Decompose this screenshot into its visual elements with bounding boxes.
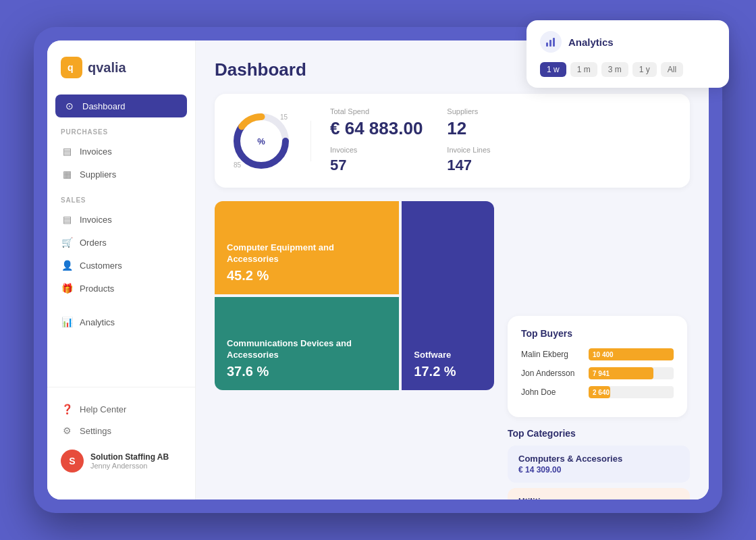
help-icon: ❓: [61, 404, 73, 414]
cat-tile-software: Sotfware 17.2 %: [402, 201, 494, 390]
settings-item[interactable]: ⚙ Settings: [61, 420, 182, 441]
avatar: S: [61, 450, 84, 473]
user-name: Solution Staffing AB: [90, 452, 169, 462]
total-spend-label: Total Spend: [330, 107, 423, 115]
top-buyers-section: Top Buyers Malin Ekberg 10 400 Jon Ander…: [508, 316, 687, 417]
analytics-card-icon: [540, 31, 562, 53]
sidebar-item-orders-label: Orders: [80, 238, 107, 248]
sidebar-item-suppliers-label: Suppliers: [80, 169, 116, 180]
sales-section-label: SALES: [47, 186, 195, 208]
analytics-header: Analytics: [540, 31, 716, 53]
help-center-label: Help Center: [80, 404, 126, 414]
cat-computers-name: Computers & Accesories: [518, 454, 679, 464]
sidebar-item-customers-label: Customers: [80, 261, 122, 271]
top-categories-section: Top Categories Computers & Accesories € …: [508, 428, 690, 500]
sidebar-item-suppliers[interactable]: ▦ Suppliers: [47, 163, 195, 186]
analytics-card: Analytics 1 w 1 m 3 m 1 y All: [526, 20, 729, 88]
dashboard-icon: ⊙: [63, 101, 76, 111]
products-icon: 🎁: [61, 283, 73, 294]
sidebar: q qvalia ⊙ Dashboard PURCHASES ▤ Invoice…: [47, 40, 196, 500]
cat-software-name: Sotfware: [414, 350, 482, 361]
buyer-bar-2: 7 941: [589, 367, 653, 379]
buyer-bar-wrap-3: 2 640: [589, 386, 674, 398]
buyer-row-3: John Doe 2 640: [521, 386, 674, 398]
left-col: Computer Equipment and Accessories 45.2 …: [215, 201, 494, 500]
logo-icon: q: [61, 57, 82, 78]
main-content: Dashboard % 15 85: [196, 40, 709, 500]
svg-text:q: q: [68, 62, 74, 73]
invoices-stat: Invoices 57: [330, 146, 423, 174]
top-buyers-title: Top Buyers: [521, 328, 674, 339]
help-center-item[interactable]: ❓ Help Center: [61, 398, 182, 420]
orders-icon: 🛒: [61, 237, 73, 248]
total-spend-stat: Total Spend € 64 883.00: [330, 107, 423, 139]
donut-label: %: [257, 136, 265, 146]
buyer-name-2: Jon Andersson: [521, 369, 582, 378]
cat-computer-pct: 45.2 %: [227, 268, 387, 284]
buyer-name-3: John Doe: [521, 387, 582, 397]
buyer-val-3: 2 640: [593, 389, 610, 396]
sidebar-nav: ⊙ Dashboard PURCHASES ▤ Invoices ▦ Suppl…: [47, 94, 195, 387]
time-btn-1w[interactable]: 1 w: [540, 62, 566, 77]
buyer-row-2: Jon Andersson 7 941: [521, 367, 674, 379]
invoice-icon: ▤: [61, 146, 73, 157]
right-col: Top Buyers Malin Ekberg 10 400 Jon Ander…: [508, 201, 690, 500]
donut-num-top: 15: [280, 113, 288, 121]
sidebar-item-products-label: Products: [80, 284, 114, 294]
suppliers-stat: Suppliers 12: [447, 107, 490, 139]
buyer-name-1: Malin Ekberg: [521, 350, 582, 359]
buyer-val-1: 10 400: [593, 351, 614, 358]
purchases-section-label: PURCHASES: [47, 117, 195, 140]
analytics-card-title: Analytics: [568, 36, 614, 48]
donut-num-bottom: 85: [234, 161, 241, 169]
buyer-val-2: 7 941: [593, 370, 610, 377]
invoice-lines-label: Invoice Lines: [447, 146, 490, 154]
sidebar-bottom: ❓ Help Center ⚙ Settings S Solution Staf…: [47, 387, 195, 483]
app-frame: q qvalia ⊙ Dashboard PURCHASES ▤ Invoice…: [34, 27, 722, 513]
suppliers-label: Suppliers: [447, 107, 490, 115]
stats-card: % 15 85 Total Spend € 64 883.00 Invoices…: [215, 94, 690, 188]
cat-comms-name: Communications Devices and Accessories: [227, 338, 387, 361]
sidebar-item-orders[interactable]: 🛒 Orders: [47, 231, 195, 254]
cat-card-computers: Computers & Accesories € 14 309.00: [508, 446, 690, 483]
stat-group: Total Spend € 64 883.00 Invoices 57 Supp…: [330, 107, 491, 174]
main-card: q qvalia ⊙ Dashboard PURCHASES ▤ Invoice…: [47, 40, 709, 500]
sidebar-item-dashboard[interactable]: ⊙ Dashboard: [55, 94, 187, 117]
top-categories-title: Top Categories: [508, 428, 690, 439]
total-spend-value: € 64 883.00: [330, 118, 423, 139]
suppliers-icon: ▦: [61, 169, 73, 180]
categories-grid: Computer Equipment and Accessories 45.2 …: [215, 201, 494, 390]
donut-chart: % 15 85: [231, 111, 292, 171]
sidebar-item-sales-invoices[interactable]: ▤ Invoices: [47, 208, 195, 231]
user-profile[interactable]: S Solution Staffing AB Jenny Andersson: [61, 441, 182, 473]
time-btn-all[interactable]: All: [661, 62, 683, 77]
buyer-bar-wrap-1: 10 400: [589, 348, 674, 360]
sidebar-item-purchases-invoices[interactable]: ▤ Invoices: [47, 140, 195, 163]
cat-tile-comms: Communications Devices and Accessories 3…: [215, 297, 399, 390]
cat-utilities-name: Utilities: [518, 496, 679, 500]
time-btn-1y[interactable]: 1 y: [632, 62, 657, 77]
invoice-lines-value: 147: [447, 157, 490, 174]
logo-area: q qvalia: [47, 57, 195, 94]
time-btn-1m[interactable]: 1 m: [570, 62, 597, 77]
sidebar-item-analytics-label: Analytics: [80, 317, 115, 327]
svg-rect-7: [553, 38, 555, 47]
user-sub: Jenny Andersson: [90, 462, 169, 470]
cat-comms-pct: 37.6 %: [227, 364, 387, 379]
sidebar-item-customers[interactable]: 👤 Customers: [47, 254, 195, 277]
customers-icon: 👤: [61, 260, 73, 271]
invoice-lines-stat: Invoice Lines 147: [447, 146, 490, 174]
buyer-bar-1: 10 400: [589, 348, 674, 360]
sidebar-item-dashboard-label: Dashboard: [82, 101, 126, 111]
settings-icon: ⚙: [61, 425, 73, 436]
sidebar-item-products[interactable]: 🎁 Products: [47, 277, 195, 300]
stats-divider: [310, 121, 311, 161]
svg-rect-6: [549, 40, 551, 47]
time-filters: 1 w 1 m 3 m 1 y All: [540, 62, 716, 77]
time-btn-3m[interactable]: 3 m: [601, 62, 628, 77]
invoices-label: Invoices: [330, 146, 423, 154]
sidebar-item-analytics[interactable]: 📊 Analytics: [47, 310, 195, 333]
buyer-row-1: Malin Ekberg 10 400: [521, 348, 674, 360]
user-info: Solution Staffing AB Jenny Andersson: [90, 452, 169, 470]
cat-tile-computer: Computer Equipment and Accessories 45.2 …: [215, 201, 399, 294]
